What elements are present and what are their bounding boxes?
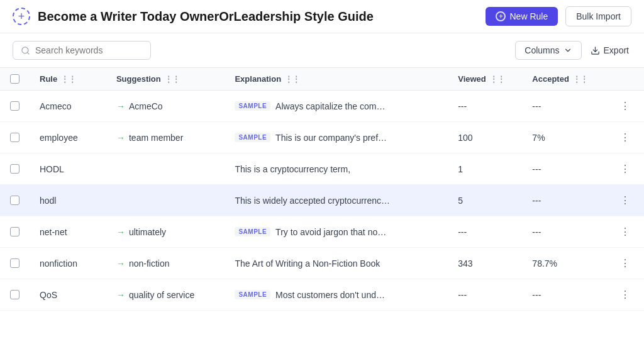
row-checkbox[interactable] — [10, 133, 19, 142]
explanation-text: Most customers don't und… — [275, 290, 385, 300]
table-row: nonfiction → non-fiction The Art of Writ… — [0, 248, 644, 279]
accepted-cell: 78.7% — [522, 248, 606, 279]
table-header-row: Rule ⋮⋮ Suggestion ⋮⋮ Explanation ⋮⋮ — [0, 68, 644, 91]
arrow-right-icon: → — [116, 227, 125, 237]
explanation-sort-icon: ⋮⋮ — [285, 75, 300, 84]
accepted-value: --- — [532, 290, 541, 300]
accepted-sort-icon: ⋮⋮ — [573, 75, 588, 84]
rule-value: employee — [40, 133, 78, 143]
header-rule[interactable]: Rule ⋮⋮ — [30, 68, 106, 91]
arrow-right-icon: → — [116, 101, 125, 111]
select-all-checkbox[interactable] — [10, 74, 19, 84]
row-checkbox[interactable] — [10, 258, 19, 268]
search-box — [13, 41, 151, 60]
actions-cell: ⋮ — [606, 248, 644, 279]
row-checkbox-cell — [0, 153, 30, 185]
suggestion-cell — [106, 185, 225, 216]
suggestion-inner: → AcmeCo — [116, 101, 214, 111]
rule-cell: nonfiction — [30, 248, 106, 279]
rule-cell: net-net — [30, 216, 106, 248]
explanation-inner: SAMPLE Most customers don't und… — [235, 290, 438, 300]
row-checkbox-cell — [0, 279, 30, 311]
viewed-value: 343 — [458, 258, 472, 269]
suggestion-value: ultimately — [129, 227, 166, 237]
toolbar: Columns Export — [0, 33, 644, 68]
sample-badge: SAMPLE — [235, 101, 270, 111]
actions-cell: ⋮ — [606, 216, 644, 248]
actions-cell: ⋮ — [606, 91, 644, 122]
app-icon: + — [13, 8, 30, 25]
search-icon — [21, 46, 30, 55]
row-actions-button[interactable]: ⋮ — [616, 256, 634, 270]
table-row: employee → team member SAMPLE This is ou… — [0, 122, 644, 153]
accepted-value: 78.7% — [532, 258, 557, 269]
row-actions-button[interactable]: ⋮ — [616, 99, 634, 113]
suggestion-cell: → non-fiction — [106, 248, 225, 279]
viewed-cell: 100 — [448, 122, 522, 153]
row-actions-button[interactable]: ⋮ — [616, 162, 634, 176]
explanation-cell: The Art of Writing a Non-Fiction Book — [225, 248, 448, 279]
row-actions-button[interactable]: ⋮ — [616, 130, 634, 145]
export-button[interactable]: Export — [588, 42, 631, 59]
suggestion-inner: → team member — [116, 133, 214, 143]
explanation-cell: This is widely accepted cryptocurrenc… — [225, 185, 448, 216]
row-actions-button[interactable]: ⋮ — [616, 287, 634, 302]
new-rule-button[interactable]: + New Rule — [486, 7, 558, 26]
header-checkbox-cell — [0, 68, 30, 91]
row-checkbox[interactable] — [10, 290, 19, 299]
rules-table-container: Rule ⋮⋮ Suggestion ⋮⋮ Explanation ⋮⋮ — [0, 68, 644, 311]
header-explanation[interactable]: Explanation ⋮⋮ — [225, 68, 448, 91]
page-title: Become a Writer Today OwnerOrLeadership … — [38, 9, 478, 24]
explanation-text: Always capitalize the com… — [275, 101, 385, 111]
accepted-cell: 7% — [522, 122, 606, 153]
explanation-cell: SAMPLE This is our company's pref… — [225, 122, 448, 153]
rule-value: net-net — [40, 227, 67, 237]
viewed-value: --- — [458, 227, 467, 237]
explanation-cell: SAMPLE Always capitalize the com… — [225, 91, 448, 122]
table-row: net-net → ultimately SAMPLE Try to avoid… — [0, 216, 644, 248]
table-row: Acmeco → AcmeCo SAMPLE Always capitalize… — [0, 91, 644, 122]
row-checkbox[interactable] — [10, 227, 19, 236]
accepted-cell: --- — [522, 153, 606, 185]
sample-badge: SAMPLE — [235, 227, 270, 236]
viewed-value: --- — [458, 290, 467, 300]
rule-value: QoS — [40, 290, 57, 300]
columns-button[interactable]: Columns — [515, 41, 581, 60]
svg-line-1 — [27, 52, 29, 54]
accepted-value: --- — [532, 196, 541, 206]
row-actions-button[interactable]: ⋮ — [616, 225, 634, 239]
viewed-cell: --- — [448, 216, 522, 248]
explanation-text: This is widely accepted cryptocurrenc… — [235, 196, 390, 206]
header-accepted[interactable]: Accepted ⋮⋮ — [522, 68, 606, 91]
row-checkbox-cell — [0, 248, 30, 279]
app-header: + Become a Writer Today OwnerOrLeadershi… — [0, 0, 644, 33]
export-icon — [591, 46, 600, 55]
row-checkbox[interactable] — [10, 101, 19, 111]
accepted-value: --- — [532, 164, 541, 174]
search-input[interactable] — [35, 45, 143, 55]
row-actions-button[interactable]: ⋮ — [616, 193, 634, 208]
viewed-value: 5 — [458, 196, 463, 206]
viewed-value: --- — [458, 101, 467, 111]
table-row: QoS → quality of service SAMPLE Most cus… — [0, 279, 644, 311]
suggestion-inner: → quality of service — [116, 290, 214, 300]
rule-value: hodl — [40, 196, 56, 206]
accepted-cell: --- — [522, 91, 606, 122]
explanation-inner: SAMPLE Try to avoid jargon that no… — [235, 227, 438, 237]
table-row: HODLThis is a cryptocurrency term,1---⋮ — [0, 153, 644, 185]
header-viewed[interactable]: Viewed ⋮⋮ — [448, 68, 522, 91]
row-checkbox[interactable] — [10, 196, 19, 205]
row-checkbox-cell — [0, 185, 30, 216]
suggestion-value: AcmeCo — [129, 101, 163, 111]
row-checkbox[interactable] — [10, 164, 19, 174]
viewed-cell: 1 — [448, 153, 522, 185]
suggestion-cell: → AcmeCo — [106, 91, 225, 122]
accepted-cell: --- — [522, 279, 606, 311]
accepted-value: 7% — [532, 133, 545, 143]
header-suggestion[interactable]: Suggestion ⋮⋮ — [106, 68, 225, 91]
rule-cell: HODL — [30, 153, 106, 185]
new-rule-plus-icon: + — [496, 11, 506, 21]
rule-cell: hodl — [30, 185, 106, 216]
bulk-import-button[interactable]: Bulk Import — [565, 6, 631, 26]
viewed-cell: --- — [448, 279, 522, 311]
